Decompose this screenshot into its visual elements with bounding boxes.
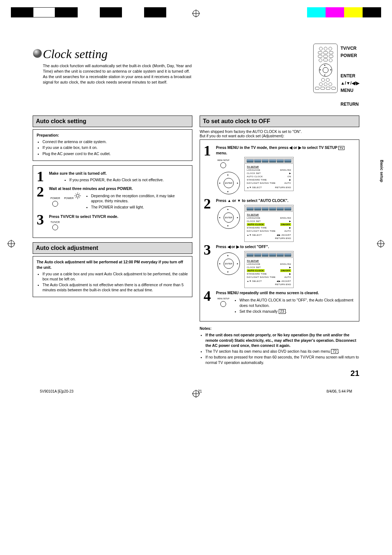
osd-row: AUTO CLOCK bbox=[247, 175, 263, 178]
enter-center: ENTER bbox=[224, 178, 234, 188]
registration-mark-right bbox=[377, 240, 385, 248]
note-item: If the unit does not operate properly, o… bbox=[205, 332, 359, 348]
enter-center: ENTER bbox=[224, 259, 234, 269]
svg-line-15 bbox=[75, 194, 76, 194]
step-number: 1 bbox=[204, 145, 214, 157]
step2r-heading: Press ▲ or ▼ to select "AUTO CLOCK". bbox=[216, 198, 355, 203]
osd-row-highlight: AUTO CLOCK bbox=[247, 223, 265, 226]
step2-note: Depending on the reception condition, it… bbox=[91, 193, 188, 203]
osd-row: CLOCK SET bbox=[247, 220, 261, 223]
osd-row: LANGUAGE bbox=[247, 216, 260, 219]
adjustment-box: The Auto clock adjustment will be perfor… bbox=[33, 256, 192, 297]
prep-item: If you use a cable box, turn it on. bbox=[42, 145, 188, 150]
osd-screen-2: TV SETUP LANGUAGEENGLISH CLOCK SET▶ AUTO… bbox=[244, 205, 294, 242]
osd-val: ▶ bbox=[289, 178, 291, 181]
remote-labels: TV/VCR POWER ENTER ▲/▼/◀/▶ MENU RETURN bbox=[340, 44, 359, 109]
osd-title: TV SETUP bbox=[247, 259, 291, 262]
heading-auto-clock-adjustment: Auto clock adjustment bbox=[33, 242, 192, 254]
osd-val: ENGLISH bbox=[280, 169, 291, 171]
step4r-heading: Press MENU repeatedly until the menu scr… bbox=[216, 290, 355, 295]
step-text: Set the clock manually bbox=[240, 309, 278, 313]
osd-row: CLOCK SET bbox=[247, 266, 261, 269]
heading-set-auto-clock-off: To set auto clock to OFF bbox=[200, 116, 359, 127]
osd-foot: ▲▼:SELECT bbox=[247, 234, 262, 236]
step1-heading: Make sure the unit is turned off. bbox=[49, 171, 188, 176]
label-arrows: ▲/▼/◀/▶ bbox=[340, 81, 359, 86]
enter-dpad-diagram: ENTER▴▾◂▸ bbox=[217, 252, 240, 275]
page-title: Clock setting bbox=[43, 47, 107, 61]
note-text: If the unit does not operate properly, o… bbox=[205, 333, 356, 347]
prep-item: Plug the AC power cord to the AC outlet. bbox=[42, 151, 188, 156]
step1r-heading: Press MENU in the TV mode, then press ◀ … bbox=[216, 145, 355, 155]
power-label: POWER bbox=[50, 197, 60, 199]
prep-item: Connect the antenna or cable system. bbox=[42, 139, 188, 144]
adjustment-note: If you use a cable box and you want Auto… bbox=[42, 271, 188, 281]
osd-row: CLOCK SET bbox=[247, 172, 261, 175]
remote-illustration: ▴▾◂▸ bbox=[313, 44, 338, 93]
osd-foot: RETURN:END bbox=[275, 237, 291, 240]
osd-row: STANDARD TIME bbox=[247, 226, 267, 229]
svg-point-9 bbox=[33, 49, 42, 58]
osd-foot: RETURN:END bbox=[275, 283, 291, 286]
osd-title: TV SETUP bbox=[247, 165, 291, 168]
tv-icon: TV bbox=[338, 146, 344, 150]
osd-val: AUTO bbox=[284, 276, 291, 279]
osd-val: ON bbox=[287, 175, 291, 178]
power-led-diagram: POWER bbox=[64, 193, 81, 200]
footer-left: 5V90101A [E]p20-23 bbox=[40, 389, 73, 393]
svg-line-16 bbox=[79, 197, 80, 198]
label-power: POWER bbox=[340, 53, 359, 58]
step3-heading: Press TV/VCR to select TV/VCR mode. bbox=[49, 214, 188, 219]
section-tab: Basic setup bbox=[380, 160, 384, 182]
osd-row: DAYLIGHT SAVING TIME bbox=[247, 182, 275, 185]
osd-row: STANDARD TIME bbox=[247, 178, 267, 181]
power-button-diagram: POWER bbox=[50, 197, 60, 207]
osd-title: TV SETUP bbox=[247, 213, 291, 216]
steps-box-right: 1 Press MENU in the TV mode, then press … bbox=[200, 139, 359, 321]
osd-row-highlight: AUTO CLOCK bbox=[247, 269, 265, 272]
step4-note: Set the clock manually 23. bbox=[240, 309, 355, 314]
osd-val: ENGLISH bbox=[280, 263, 291, 266]
step2-heading: Wait at least three minutes and press PO… bbox=[49, 186, 188, 191]
registration-mark-top bbox=[192, 9, 200, 17]
step-number: 3 bbox=[37, 214, 47, 226]
registration-mark-bottom bbox=[192, 390, 200, 398]
osd-foot: ◀▶:ADJUST bbox=[277, 234, 291, 236]
step3r-heading: Press ◀ or ▶ to select "OFF". bbox=[216, 244, 355, 249]
osd-val-highlight: ON/OFF bbox=[280, 269, 291, 272]
osd-val: ▶ bbox=[289, 226, 291, 229]
svg-point-10 bbox=[76, 194, 79, 197]
label-return: RETURN bbox=[340, 102, 359, 107]
adjustment-heading: The Auto clock adjustment will be perfor… bbox=[37, 260, 183, 269]
enter-dpad-diagram: ENTER▴▾◂▸ bbox=[217, 172, 240, 194]
enter-dpad-diagram: ENTER▴▾◂▸ bbox=[217, 206, 240, 229]
preparation-box: Preparation: Connect the antenna or cabl… bbox=[33, 129, 192, 161]
page-ref: 23 bbox=[279, 309, 286, 314]
step2-note: The POWER indicator will light. bbox=[91, 204, 188, 210]
osd-val-highlight: ON/OFF bbox=[280, 223, 291, 226]
step1-note: If you press POWER, the Auto Clock set i… bbox=[69, 177, 188, 182]
osd-val: ▶ bbox=[289, 220, 291, 223]
step-number: 3 bbox=[204, 244, 214, 256]
lead-text: But if you do not want auto clock set (A… bbox=[200, 134, 359, 138]
note-item: The TV section has its own menu and also… bbox=[205, 349, 359, 354]
right-column: To set auto clock to OFF When shipped fr… bbox=[200, 116, 359, 378]
intro-text: The auto clock function will automatical… bbox=[43, 63, 195, 85]
osd-foot: ◀▶:ADJUST bbox=[277, 280, 291, 283]
step-number: 2 bbox=[37, 186, 47, 198]
menu-button-diagram: MENU SETUP bbox=[217, 158, 229, 169]
label-tvvcr: TV/VCR bbox=[340, 46, 359, 51]
left-column: Auto clock setting Preparation: Connect … bbox=[33, 116, 192, 378]
tvvcr-label: TV/VCR bbox=[50, 221, 60, 223]
enter-center: ENTER bbox=[224, 212, 234, 223]
power-label: POWER bbox=[64, 197, 73, 199]
osd-foot: RETURN:END bbox=[275, 186, 291, 189]
footer-right: 8/4/06, 5:44 PM bbox=[326, 389, 352, 393]
osd-foot: ▲▼:SELECT bbox=[247, 280, 262, 283]
osd-row: LANGUAGE bbox=[247, 263, 260, 266]
osd-screen-1: TV SETUP LANGUAGEENGLISH CLOCK SET▶ AUTO… bbox=[244, 157, 294, 191]
osd-screen-3: TV SETUP LANGUAGEENGLISH CLOCK SET▶ AUTO… bbox=[244, 251, 294, 288]
label-enter: ENTER bbox=[340, 73, 359, 78]
step-number: 1 bbox=[37, 171, 47, 182]
svg-line-17 bbox=[75, 197, 76, 198]
